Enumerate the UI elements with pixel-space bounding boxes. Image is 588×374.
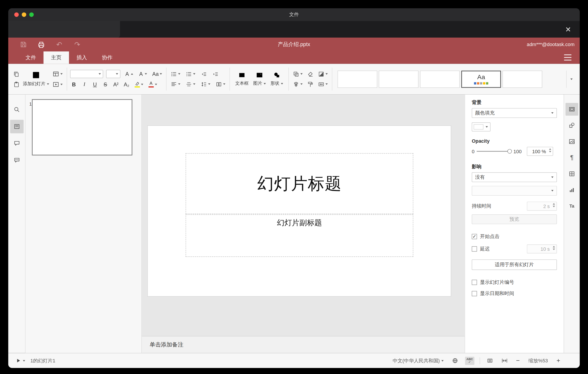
delay-input[interactable]: 10 s — [527, 244, 557, 253]
theme-gallery-expand-button[interactable] — [566, 70, 576, 88]
table-settings-tab[interactable] — [566, 167, 578, 180]
tab-collaboration[interactable]: 协作 — [94, 51, 120, 64]
app-window: 文件 ✕ ↶ ↷ 产品介绍.pptx adm** — [8, 8, 580, 368]
underline-button[interactable]: U — [91, 81, 99, 88]
start-slideshow-status-button[interactable] — [14, 357, 27, 365]
slide[interactable]: 幻灯片标题 幻灯片副标题 — [148, 126, 451, 296]
preview-button[interactable]: 预览 — [472, 214, 557, 224]
insert-textbox-button[interactable]: 文本框 — [233, 71, 251, 88]
shape-settings-tab[interactable] — [566, 119, 578, 132]
insert-image-button[interactable]: 图片 — [251, 71, 268, 88]
notes-input[interactable]: 单击添加备注 — [142, 336, 464, 353]
theme-option[interactable] — [337, 70, 377, 88]
fill-color-button[interactable] — [317, 70, 329, 78]
image-settings-tab[interactable] — [566, 135, 578, 148]
horizontal-align-button[interactable] — [169, 80, 182, 88]
copy-button[interactable] — [12, 70, 21, 78]
undo-button[interactable]: ↶ — [54, 40, 64, 49]
textart-settings-tab[interactable]: Ta — [566, 200, 578, 212]
show-date-time-checkbox[interactable] — [472, 291, 477, 296]
theme-option-selected[interactable]: Aa — [461, 70, 501, 88]
paste-button[interactable] — [12, 80, 21, 88]
background-fill-select[interactable]: 颜色填充 — [472, 108, 557, 118]
chart-settings-tab[interactable] — [566, 184, 578, 196]
zoom-out-button[interactable]: − — [514, 356, 521, 365]
strikethrough-button[interactable]: S — [102, 81, 109, 88]
line-spacing-button[interactable] — [200, 80, 211, 88]
duration-input[interactable]: 2 s — [527, 201, 557, 210]
language-selector[interactable]: 中文(中华人民共和国) — [391, 356, 445, 365]
italic-button[interactable]: I — [81, 81, 88, 88]
theme-option[interactable] — [379, 70, 419, 88]
show-slide-number-checkbox[interactable] — [472, 280, 477, 285]
clear-style-button[interactable] — [306, 70, 315, 78]
save-button[interactable] — [18, 40, 29, 49]
bold-button[interactable]: B — [70, 81, 78, 88]
font-name-combo[interactable] — [70, 70, 103, 78]
opacity-slider[interactable] — [477, 149, 511, 154]
superscript-button[interactable]: A² — [112, 81, 120, 88]
delay-checkbox[interactable] — [472, 246, 477, 252]
chat-panel-button[interactable] — [10, 154, 23, 167]
spinner-arrows[interactable] — [553, 203, 555, 207]
slide-thumbnail[interactable] — [32, 99, 133, 155]
background-color-picker[interactable] — [472, 122, 491, 131]
tab-home[interactable]: 主页 — [43, 51, 69, 64]
paragraph-settings-tab[interactable]: ¶ — [566, 151, 578, 164]
tab-file[interactable]: 文件 — [18, 51, 43, 64]
opacity-min-label: 0 — [472, 149, 474, 154]
menu-icon[interactable] — [564, 54, 572, 60]
add-slide-button[interactable]: 添加幻灯片 — [21, 70, 51, 88]
slide-subtitle-placeholder[interactable]: 幻灯片副标题 — [186, 214, 413, 257]
fit-slide-icon — [487, 357, 493, 364]
effect-label: 影响 — [472, 163, 557, 170]
close-overlay-button[interactable]: ✕ — [563, 24, 574, 35]
arrange-shapes-button[interactable] — [292, 70, 304, 78]
start-on-click-checkbox[interactable]: ✓ — [472, 234, 477, 239]
effect-type-select[interactable] — [472, 186, 557, 196]
theme-option[interactable] — [503, 70, 542, 88]
change-case-button[interactable]: Aa — [151, 71, 163, 77]
fit-to-slide-button[interactable] — [485, 356, 495, 365]
opacity-input[interactable]: 100 % — [527, 147, 553, 156]
bullet-list-button[interactable] — [169, 70, 182, 78]
align-shapes-button[interactable] — [292, 80, 304, 88]
font-size-combo[interactable] — [106, 70, 120, 78]
spinner-arrows[interactable] — [553, 246, 555, 250]
print-button[interactable] — [36, 40, 46, 49]
slider-thumb[interactable] — [508, 149, 512, 154]
zoom-in-button[interactable]: + — [555, 356, 562, 365]
vertical-align-button[interactable] — [185, 80, 197, 88]
font-color-button[interactable]: A — [147, 80, 158, 88]
tab-insert[interactable]: 插入 — [69, 51, 94, 64]
subscript-button[interactable]: A₂ — [123, 81, 130, 88]
spinner-arrows[interactable] — [549, 148, 551, 152]
decrease-indent-button[interactable] — [200, 70, 208, 78]
insert-shape-button[interactable]: 形状 — [268, 71, 285, 88]
search-button[interactable] — [10, 103, 23, 116]
effect-select[interactable]: 没有 — [472, 172, 557, 182]
numbered-list-button[interactable] — [185, 70, 197, 78]
columns-button[interactable] — [214, 80, 227, 88]
decrease-font-button[interactable]: A — [137, 71, 148, 77]
comments-panel-button[interactable] — [10, 137, 23, 150]
increase-font-button[interactable]: A — [123, 71, 134, 77]
slide-canvas[interactable]: 幻灯片标题 幻灯片副标题 — [142, 95, 464, 336]
start-slideshow-button[interactable] — [51, 80, 64, 88]
slide-title-placeholder[interactable]: 幻灯片标题 — [186, 153, 413, 214]
increase-indent-button[interactable] — [211, 70, 220, 78]
document-language-button[interactable] — [450, 356, 460, 365]
chevron-down-icon — [208, 83, 210, 85]
spellcheck-button[interactable]: ABC ✓ — [465, 357, 474, 365]
fit-to-width-button[interactable] — [500, 356, 509, 365]
copy-style-button[interactable] — [306, 80, 315, 88]
highlight-color-button[interactable] — [133, 80, 144, 88]
theme-option[interactable] — [420, 70, 460, 88]
apply-to-all-slides-button[interactable]: 适用于所有幻灯片 — [472, 259, 557, 270]
slides-panel-button[interactable] — [10, 120, 23, 133]
redo-button[interactable]: ↷ — [72, 40, 83, 49]
fit-width-icon — [501, 357, 508, 364]
slide-layout-button[interactable] — [51, 70, 64, 78]
slide-settings-tab[interactable] — [566, 103, 578, 116]
slide-size-button[interactable] — [317, 80, 329, 88]
